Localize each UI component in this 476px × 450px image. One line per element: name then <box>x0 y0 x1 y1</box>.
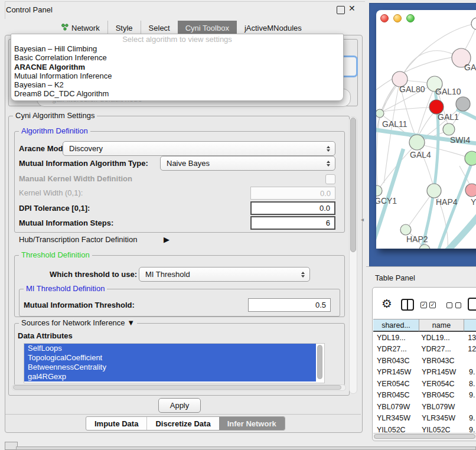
data-attribute-option[interactable]: BetweennessCentrality <box>24 363 316 372</box>
network-node-swi4[interactable] <box>465 151 476 165</box>
table-row[interactable]: YBR045C YBR045C 9. <box>373 390 476 402</box>
cyni-settings-legend: Cyni Algorithm Settings <box>13 112 97 120</box>
algorithm-option[interactable]: Bayesian – Hill Climbing <box>11 44 343 53</box>
threshold-definition-legend: Threshold Definition <box>19 251 92 259</box>
table-row[interactable]: YDR27... YDR27... 12 <box>373 344 476 356</box>
mi-steps-input[interactable]: 6 <box>250 216 335 230</box>
data-attribute-option[interactable]: SelfLoops <box>24 344 316 353</box>
tab-label: Discretize Data <box>155 419 210 428</box>
tab-select[interactable]: Select <box>141 21 178 35</box>
control-panel-tab-bar: Network Style Select Cyni Toolbox jActiv… <box>53 21 309 35</box>
network-graph-icon <box>61 23 69 32</box>
network-node-hap2[interactable] <box>400 224 411 235</box>
mi-threshold-label: Mutual Information Threshold: <box>24 301 135 310</box>
close-window-button[interactable] <box>380 14 389 22</box>
mi-algorithm-type-select[interactable]: Naive Bayes <box>160 156 335 171</box>
node-label: GAL80 <box>399 84 425 94</box>
mi-threshold-input[interactable]: 0.5 <box>248 298 331 312</box>
table-row[interactable]: YER054C YER054C 8. <box>373 378 476 390</box>
algorithm-option[interactable]: Bayesian – K2 <box>11 80 343 89</box>
tab-discretize-data[interactable]: Discretize Data <box>146 417 219 430</box>
node-label: GAL11 <box>382 119 407 129</box>
tab-cyni-toolbox[interactable]: Cyni Toolbox <box>178 21 237 35</box>
float-window-icon[interactable] <box>337 6 345 14</box>
node-label: Y <box>471 197 476 207</box>
cell-value: 9. <box>464 414 475 422</box>
data-attribute-option[interactable]: TopologicalCoefficient <box>24 353 316 363</box>
column-browser-icon[interactable] <box>401 299 414 311</box>
network-node-gal11[interactable] <box>376 109 384 118</box>
table-row[interactable]: YBL079W YBL079W <box>373 401 476 413</box>
sources-legend: Sources for Network Inference ▼ <box>19 319 137 327</box>
cell-shared-name: YDR27... <box>373 345 419 353</box>
minimize-window-button[interactable] <box>393 14 402 22</box>
column-header-name[interactable]: name <box>419 319 464 332</box>
table-row[interactable]: YBR043C YBR043C <box>373 355 476 367</box>
column-header-shared-name[interactable]: shared... <box>373 319 419 332</box>
tab-infer-network[interactable]: Infer Network <box>219 417 285 430</box>
data-attributes-list[interactable]: SelfLoopsTopologicalCoefficientBetweenne… <box>24 343 325 383</box>
table-row[interactable]: YDL19... YDL19... 13 <box>373 332 476 344</box>
algorithm-dropdown-placeholder: Select algorithm to view settings <box>11 34 343 44</box>
mi-steps-label: Mutual Information Steps: <box>19 219 113 228</box>
settings-scrollbar-thumb[interactable] <box>350 118 356 252</box>
expand-right-icon[interactable]: ▶ <box>164 235 169 244</box>
algorithm-option[interactable]: Mutual Information Inference <box>11 71 343 80</box>
tab-jactivemnodules[interactable]: jActiveMNodules <box>237 21 309 35</box>
gear-icon[interactable]: ⚙ <box>382 296 392 311</box>
data-attribute-option[interactable]: gal4RGexp <box>24 372 316 381</box>
expand-down-icon[interactable]: ▼ <box>127 318 135 327</box>
which-threshold-select[interactable]: MI Threshold <box>139 267 310 282</box>
window-edge-line <box>5 1 365 2</box>
deselect-all-columns-icon[interactable] <box>446 302 461 308</box>
algorithm-option-list: Bayesian – Hill ClimbingBasic Correlatio… <box>11 44 343 99</box>
aracne-mode-value: Discovery <box>69 144 103 153</box>
tab-impute-data[interactable]: Impute Data <box>86 417 146 430</box>
cell-value: 12 <box>463 345 476 353</box>
algorithm-option[interactable]: ARACNE Algorithm <box>11 63 343 71</box>
kernel-width-input[interactable]: 0.0 <box>250 187 335 200</box>
node-label: GAL4 <box>410 150 431 159</box>
algorithm-option[interactable]: Dream8 DC_TDC Algorithm <box>11 89 343 98</box>
node-label: GAL <box>464 63 476 72</box>
splitter-arrow-icon[interactable]: ◂ <box>361 216 364 223</box>
cell-name: YPR145W <box>419 368 464 376</box>
column-header-partial[interactable] <box>464 319 476 332</box>
stepper-arrows-icon <box>301 268 305 281</box>
network-node-gcy1[interactable] <box>376 185 382 196</box>
stepper-arrows-icon <box>327 142 330 155</box>
tab-label: Network <box>71 24 100 32</box>
settings-hscrollbar-thumb[interactable] <box>13 385 341 390</box>
manual-kernel-width-checkbox[interactable] <box>325 174 335 184</box>
sources-legend-text: Sources for Network Inference <box>21 318 125 327</box>
network-node-hap4[interactable] <box>427 184 441 198</box>
bottom-divider-bar <box>16 446 476 450</box>
function-builder-icon[interactable] <box>468 298 476 311</box>
network-view-window: GAL GAL80 GAL10 GAL1 GAL11 SWI4 GAL4 GCY… <box>376 10 476 249</box>
cell-shared-name: YPR145W <box>373 368 419 376</box>
aracne-mode-select[interactable]: Discovery <box>63 141 335 156</box>
select-all-columns-icon[interactable]: ✓ ✓ <box>420 302 436 308</box>
node-label: HAP2 <box>406 234 428 244</box>
network-node-gray[interactable] <box>456 97 470 111</box>
zoom-window-button[interactable] <box>406 14 415 22</box>
network-node-gal4[interactable] <box>409 135 425 150</box>
network-node[interactable] <box>471 18 476 30</box>
dpi-tolerance-input[interactable]: 0.0 <box>250 201 335 215</box>
tab-style[interactable]: Style <box>107 21 141 35</box>
table-row[interactable]: YPR145W YPR145W 9. <box>373 367 476 379</box>
network-node-gal1[interactable] <box>443 123 455 135</box>
cell-shared-name: YER054C <box>373 380 419 388</box>
apply-button[interactable]: Apply <box>158 398 201 413</box>
cell-shared-name: YBR045C <box>373 391 419 399</box>
table-row[interactable]: YIL052C YIL052C 9. <box>373 424 476 433</box>
table-hscrollbar-thumb[interactable] <box>374 434 475 439</box>
tab-network[interactable]: Network <box>53 21 107 35</box>
table-row[interactable]: YLR345W YLR345W 9. <box>373 413 476 425</box>
network-node-pink[interactable] <box>465 184 476 197</box>
close-icon[interactable]: ✕ <box>348 4 356 13</box>
attributes-scrollbar-thumb[interactable] <box>317 345 322 379</box>
tab-label: Select <box>149 24 170 32</box>
algorithm-option[interactable]: Basic Correlation Inference <box>11 53 343 62</box>
cell-shared-name: YBL079W <box>373 403 419 411</box>
